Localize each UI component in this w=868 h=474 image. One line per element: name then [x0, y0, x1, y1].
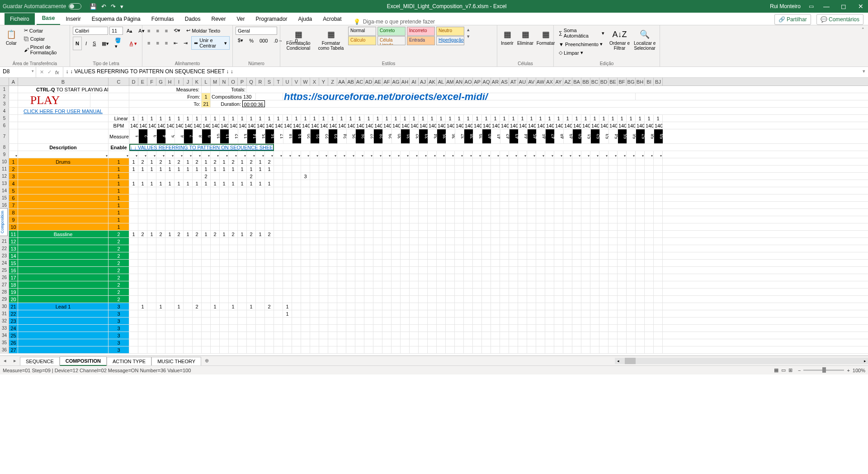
pattern-cell[interactable] — [301, 231, 310, 237]
pattern-cell[interactable]: 2 — [175, 231, 184, 237]
pattern-cell[interactable] — [401, 158, 410, 165]
row-header[interactable]: 14 — [0, 187, 9, 194]
pattern-cell[interactable] — [509, 231, 518, 237]
pattern-cell[interactable] — [500, 216, 509, 223]
measure-cell[interactable]: 31 — [401, 129, 410, 143]
filter-icon[interactable]: ▾ — [542, 152, 544, 158]
pattern-cell[interactable] — [464, 303, 473, 310]
pattern-cell[interactable] — [193, 202, 202, 209]
style-correto[interactable]: Correto — [377, 27, 406, 36]
pattern-cell[interactable] — [590, 289, 599, 295]
pattern-cell[interactable] — [419, 296, 428, 303]
pattern-cell[interactable] — [283, 187, 292, 194]
pattern-cell[interactable] — [618, 325, 627, 332]
pattern-cell[interactable] — [193, 289, 202, 295]
pattern-cell[interactable] — [184, 187, 193, 194]
track-index[interactable]: 1 — [9, 158, 18, 165]
track-index[interactable]: 24 — [9, 325, 18, 332]
pattern-cell[interactable] — [382, 346, 392, 353]
pattern-cell[interactable] — [636, 267, 645, 274]
col-header[interactable]: Y — [319, 78, 328, 85]
pattern-cell[interactable] — [184, 274, 193, 281]
measure-cell[interactable]: 43 — [509, 129, 518, 143]
row-header[interactable]: 10 — [0, 158, 9, 165]
pattern-cell[interactable] — [428, 339, 437, 346]
linear-cell[interactable]: 1 — [599, 115, 609, 122]
filter-cell[interactable]: ▾ — [527, 151, 536, 158]
track-description[interactable] — [18, 223, 108, 230]
pattern-cell[interactable] — [645, 332, 654, 339]
filter-cell[interactable]: ▾ — [247, 151, 256, 158]
bpm-cell[interactable]: 140 — [590, 122, 599, 129]
pattern-cell[interactable] — [328, 318, 337, 324]
track-enable[interactable]: 1 — [108, 180, 129, 187]
pattern-cell[interactable] — [328, 187, 337, 194]
pattern-cell[interactable] — [392, 216, 401, 223]
pattern-cell[interactable] — [392, 332, 401, 339]
pattern-cell[interactable] — [581, 267, 590, 274]
pattern-cell[interactable] — [572, 325, 581, 332]
pattern-cell[interactable] — [536, 325, 545, 332]
pattern-cell[interactable] — [446, 209, 455, 216]
pattern-cell[interactable] — [382, 310, 392, 317]
pattern-cell[interactable] — [554, 187, 563, 194]
filter-icon[interactable]: ▾ — [488, 152, 490, 158]
pattern-cell[interactable] — [455, 346, 464, 353]
pattern-cell[interactable] — [292, 202, 301, 209]
row-header[interactable]: 27 — [0, 281, 9, 288]
pattern-cell[interactable] — [636, 260, 645, 266]
filter-icon[interactable]: ▾ — [461, 152, 463, 158]
pattern-cell[interactable]: 1 — [138, 180, 147, 187]
pattern-cell[interactable] — [328, 238, 337, 245]
pattern-cell[interactable] — [636, 346, 645, 353]
filter-icon[interactable]: ▾ — [660, 152, 662, 158]
pattern-cell[interactable] — [572, 260, 581, 266]
pattern-cell[interactable] — [536, 296, 545, 303]
pattern-cell[interactable] — [419, 346, 428, 353]
pattern-cell[interactable] — [301, 267, 310, 274]
filter-cell[interactable]: ▾ — [355, 151, 364, 158]
pattern-cell[interactable] — [455, 267, 464, 274]
pattern-cell[interactable] — [238, 238, 247, 245]
pattern-cell[interactable] — [419, 325, 428, 332]
pattern-cell[interactable] — [283, 318, 292, 324]
pattern-cell[interactable] — [473, 296, 482, 303]
pattern-cell[interactable] — [138, 296, 147, 303]
pattern-cell[interactable] — [545, 281, 554, 288]
pattern-cell[interactable] — [599, 158, 609, 165]
pattern-cell[interactable] — [536, 180, 545, 187]
pattern-cell[interactable] — [464, 296, 473, 303]
pattern-cell[interactable] — [184, 194, 193, 201]
pattern-cell[interactable] — [428, 289, 437, 295]
pattern-cell[interactable] — [193, 339, 202, 346]
bpm-cell[interactable]: 140 — [627, 122, 636, 129]
pattern-cell[interactable] — [636, 223, 645, 230]
measure-cell[interactable]: 20 — [301, 129, 310, 143]
measure-cell[interactable]: 36 — [446, 129, 455, 143]
linear-cell[interactable]: 1 — [392, 115, 401, 122]
track-enable[interactable]: 2 — [108, 274, 129, 281]
filter-cell[interactable]: ▾ — [129, 151, 138, 158]
pattern-cell[interactable] — [156, 296, 165, 303]
pattern-cell[interactable] — [138, 346, 147, 353]
filter-icon[interactable]: ▾ — [208, 152, 210, 158]
filter-cell[interactable]: ▾ — [455, 151, 464, 158]
pattern-cell[interactable] — [364, 166, 373, 172]
track-description[interactable]: Bassline — [18, 231, 108, 237]
pattern-cell[interactable] — [482, 339, 491, 346]
measure-cell[interactable]: 54 — [609, 129, 618, 143]
pattern-cell[interactable] — [184, 173, 193, 180]
col-header[interactable]: F — [147, 78, 156, 85]
pattern-cell[interactable] — [618, 267, 627, 274]
pattern-cell[interactable] — [590, 267, 599, 274]
pattern-cell[interactable] — [563, 245, 572, 252]
pattern-cell[interactable] — [437, 245, 446, 252]
pattern-cell[interactable]: 2 — [229, 158, 238, 165]
track-index[interactable]: 21 — [9, 303, 18, 310]
measure-cell[interactable]: 58 — [645, 129, 654, 143]
measure-cell[interactable]: 8 — [193, 129, 202, 143]
pattern-cell[interactable] — [627, 296, 636, 303]
pattern-cell[interactable] — [455, 303, 464, 310]
filter-icon[interactable]: ▾ — [570, 152, 571, 158]
pattern-cell[interactable] — [581, 303, 590, 310]
